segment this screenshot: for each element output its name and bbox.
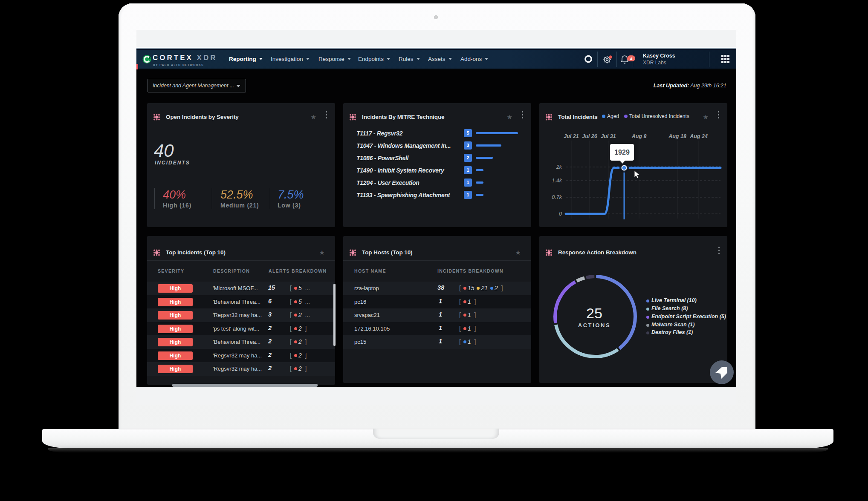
svg-text:4: 4: [630, 56, 633, 61]
